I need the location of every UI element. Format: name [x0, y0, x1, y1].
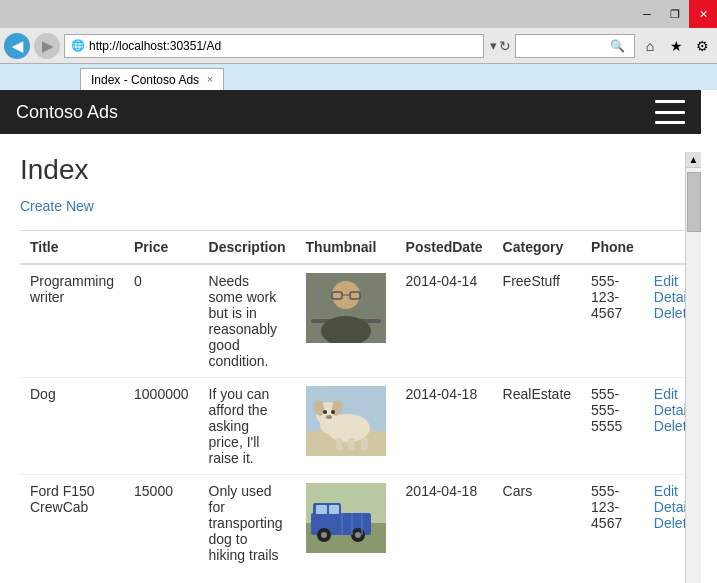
nav-icons: ⌂ ★ ⚙: [639, 35, 713, 57]
col-header-phone: Phone: [581, 231, 644, 265]
row3-edit-link[interactable]: Edit: [654, 483, 678, 499]
svg-point-29: [355, 532, 361, 538]
page-content: Index Create New Title Price Description…: [0, 134, 701, 583]
truck-thumbnail-svg: [306, 483, 386, 553]
address-bar[interactable]: 🌐: [64, 34, 484, 58]
col-header-title: Title: [20, 231, 124, 265]
address-input[interactable]: [89, 39, 477, 53]
toggle-bar-3: [655, 121, 685, 124]
col-header-category: Category: [493, 231, 581, 265]
row1-edit-link[interactable]: Edit: [654, 273, 678, 289]
row1-category: FreeStuff: [493, 264, 581, 378]
svg-point-14: [323, 410, 327, 414]
close-button[interactable]: ✕: [689, 0, 717, 28]
page-title: Index: [20, 154, 681, 186]
home-icon[interactable]: ⌂: [639, 35, 661, 57]
svg-rect-19: [361, 438, 368, 450]
thumbnail-image-1: [306, 273, 386, 343]
header-row: Title Price Description Thumbnail Posted…: [20, 231, 701, 265]
scroll-up-button[interactable]: ▲: [686, 152, 702, 168]
refresh-button[interactable]: ↻: [499, 38, 511, 54]
col-header-posted-date: PostedDate: [396, 231, 493, 265]
row2-phone: 555-555-5555: [581, 378, 644, 475]
navbar-brand: Contoso Ads: [16, 102, 118, 123]
svg-rect-17: [336, 438, 343, 450]
row2-description: If you can afford the asking price, I'll…: [199, 378, 296, 475]
browser-tab[interactable]: Index - Contoso Ads ×: [80, 68, 224, 90]
navbar: Contoso Ads: [0, 90, 701, 134]
minimize-button[interactable]: ─: [633, 0, 661, 28]
col-header-thumbnail: Thumbnail: [296, 231, 396, 265]
row2-title: Dog: [20, 378, 124, 475]
create-new-link[interactable]: Create New: [20, 198, 94, 214]
row1-posted-date: 2014-04-14: [396, 264, 493, 378]
svg-point-16: [326, 415, 332, 419]
scrollbar[interactable]: ▲ ▼: [685, 152, 701, 583]
title-bar: ─ ❐ ✕: [0, 0, 717, 28]
row1-price: 0: [124, 264, 199, 378]
row3-title: Ford F150 CrewCab: [20, 475, 124, 572]
tab-label: Index - Contoso Ads: [91, 73, 199, 87]
tab-close-button[interactable]: ×: [207, 74, 213, 85]
table-row: Dog 1000000 If you can afford the asking…: [20, 378, 701, 475]
table-header: Title Price Description Thumbnail Posted…: [20, 231, 701, 265]
svg-point-27: [321, 532, 327, 538]
thumbnail-image-2: [306, 386, 386, 456]
tools-icon[interactable]: ⚙: [691, 35, 713, 57]
ads-table: Title Price Description Thumbnail Posted…: [20, 230, 701, 571]
svg-rect-24: [316, 505, 327, 514]
row2-thumbnail: [296, 378, 396, 475]
svg-rect-18: [348, 438, 355, 450]
table-row: Programming writer 0 Needs some work but…: [20, 264, 701, 378]
nav-bar: ◀ ▶ 🌐 ▾ ↻ 🔍 ⌂ ★ ⚙: [0, 28, 717, 64]
dog-thumbnail-svg: [306, 386, 386, 456]
row3-description: Only used for transporting dog to hiking…: [199, 475, 296, 572]
forward-button[interactable]: ▶: [34, 33, 60, 59]
navbar-toggle-button[interactable]: [655, 100, 685, 124]
toggle-bar-1: [655, 100, 685, 103]
row3-thumbnail: [296, 475, 396, 572]
scroll-thumb[interactable]: [687, 172, 701, 232]
row1-description: Needs some work but is in reasonably goo…: [199, 264, 296, 378]
app-content: Contoso Ads Index Create New Title Price…: [0, 90, 701, 583]
search-dropdown-button[interactable]: ▾: [490, 38, 497, 53]
svg-rect-25: [329, 505, 339, 514]
tab-bar: Index - Contoso Ads ×: [0, 64, 717, 90]
person-thumbnail-svg: [306, 273, 386, 343]
row3-phone: 555-123-4567: [581, 475, 644, 572]
row1-phone: 555-123-4567: [581, 264, 644, 378]
row3-category: Cars: [493, 475, 581, 572]
col-header-description: Description: [199, 231, 296, 265]
row2-category: RealEstate: [493, 378, 581, 475]
table-body: Programming writer 0 Needs some work but…: [20, 264, 701, 571]
window-controls: ─ ❐ ✕: [633, 0, 717, 28]
back-button[interactable]: ◀: [4, 33, 30, 59]
favorites-icon[interactable]: ★: [665, 35, 687, 57]
row2-posted-date: 2014-04-18: [396, 378, 493, 475]
restore-button[interactable]: ❐: [661, 0, 689, 28]
search-input[interactable]: [520, 39, 610, 53]
col-header-price: Price: [124, 231, 199, 265]
row3-price: 15000: [124, 475, 199, 572]
toggle-bar-2: [655, 111, 685, 114]
search-box[interactable]: 🔍: [515, 34, 635, 58]
row3-posted-date: 2014-04-18: [396, 475, 493, 572]
svg-point-15: [331, 410, 335, 414]
row2-price: 1000000: [124, 378, 199, 475]
row2-edit-link[interactable]: Edit: [654, 386, 678, 402]
thumbnail-image-3: [306, 483, 386, 553]
table-row: Ford F150 CrewCab 15000 Only used for tr…: [20, 475, 701, 572]
row1-thumbnail: [296, 264, 396, 378]
app-wrapper: Contoso Ads Index Create New Title Price…: [0, 90, 701, 583]
row1-title: Programming writer: [20, 264, 124, 378]
